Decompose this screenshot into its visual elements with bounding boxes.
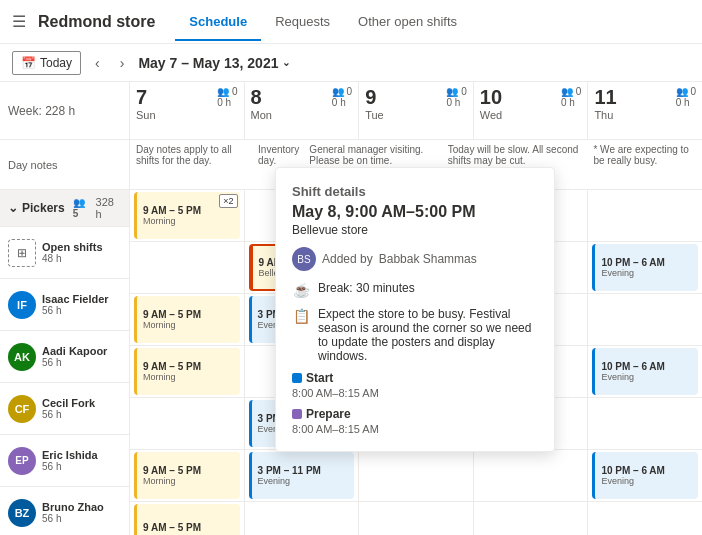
day-shifts-7: ×2 9 AM – 5 PM Morning 9 AM – 5 PM Morni… — [130, 190, 245, 535]
person-name-isaac: Isaac Fielder — [42, 293, 109, 305]
person-row-cecil: CF Cecil Fork 56 h — [0, 383, 129, 435]
bruno-shift-cell-8: 3 PM – 11 PM Evening — [245, 450, 359, 502]
popup-section-prepare: Prepare 8:00 AM–8:15 AM — [292, 407, 538, 435]
person-name-bruno: Bruno Zhao — [42, 501, 104, 513]
date-range[interactable]: May 7 – May 13, 2021 ⌄ — [138, 55, 290, 71]
day-name-7: Sun — [136, 109, 156, 121]
nav-other-shifts[interactable]: Other open shifts — [344, 2, 471, 41]
break-icon: ☕ — [292, 281, 310, 299]
day-note-7: Day notes apply to all shifts for the da… — [130, 140, 252, 190]
person-row-aadi: AK Aadi Kapoor 56 h — [0, 331, 129, 383]
bruno-shift-11[interactable]: 10 PM – 6 AM Evening — [592, 452, 698, 499]
popup-store: Bellevue store — [292, 223, 538, 237]
open-shift-7[interactable]: ×2 9 AM – 5 PM Morning — [134, 192, 240, 239]
chevron-down-icon: ⌄ — [282, 57, 290, 68]
aadi-shift-cell-11 — [588, 294, 702, 346]
open-shifts-name: Open shifts — [42, 241, 103, 253]
added-by-label: Added by — [322, 252, 373, 266]
runners-shift-cell-9 — [359, 502, 473, 535]
shift-time: 10 PM – 6 AM — [601, 465, 692, 476]
runners-shift-cell-10 — [474, 502, 588, 535]
day-note-11: * We are expecting to be really busy. — [587, 140, 702, 190]
prev-week-button[interactable]: ‹ — [89, 51, 106, 75]
top-nav: ☰ Redmond store Schedule Requests Other … — [0, 0, 702, 44]
today-label: Today — [40, 56, 72, 70]
aadi-shift-7[interactable]: 9 AM – 5 PM Morning — [134, 296, 240, 343]
avatar-bruno: BZ — [8, 499, 36, 527]
description-icon: 📋 — [292, 307, 310, 325]
pickers-badge: 👥 5 — [73, 197, 92, 219]
runners-shift-7[interactable]: 9 AM – 5 PM — [134, 504, 240, 535]
open-shift-cell-11 — [588, 190, 702, 242]
bruno-shift-cell-10 — [474, 450, 588, 502]
day-col-10: 10 Wed 👥 0 0 h — [474, 82, 589, 139]
prepare-dot — [292, 409, 302, 419]
cecil-shift-7[interactable]: 9 AM – 5 PM Morning — [134, 348, 240, 395]
break-text: Break: 30 minutes — [318, 281, 415, 295]
bruno-shift-cell-9 — [359, 450, 473, 502]
day-name-11: Thu — [594, 109, 616, 121]
week-header: Week: 228 h — [0, 82, 129, 140]
popup-break: ☕ Break: 30 minutes — [292, 281, 538, 299]
open-shifts-grid-icon: ⊞ — [17, 246, 27, 260]
avatar-cecil: CF — [8, 395, 36, 423]
day-col-11: 11 Thu 👥 0 0 h — [588, 82, 702, 139]
sidebar: Week: 228 h Day notes ⌄ Pickers 👥 5 328 … — [0, 82, 130, 535]
days-header: 7 Sun 👥 0 0 h 8 Mon 👥 — [130, 82, 702, 140]
isaac-shift-11[interactable]: 10 PM – 6 AM Evening — [592, 244, 698, 291]
sub-nav: 📅 Today ‹ › May 7 – May 13, 2021 ⌄ — [0, 44, 702, 82]
bruno-shift-7[interactable]: 9 AM – 5 PM Morning — [134, 452, 240, 499]
cecil-shift-11[interactable]: 10 PM – 6 AM Evening — [592, 348, 698, 395]
calendar-area: 7 Sun 👥 0 0 h 8 Mon 👥 — [130, 82, 702, 535]
bruno-shift-8[interactable]: 3 PM – 11 PM Evening — [249, 452, 355, 499]
person-info-isaac: Isaac Fielder 56 h — [42, 293, 109, 316]
day-num-8: 8 — [251, 86, 272, 109]
date-range-text: May 7 – May 13, 2021 — [138, 55, 278, 71]
runners-shift-cell-7: 9 AM – 5 PM — [130, 502, 244, 535]
day-num-11: 11 — [594, 86, 616, 109]
nav-schedule[interactable]: Schedule — [175, 2, 261, 41]
day-name-10: Wed — [480, 109, 502, 121]
day-name-9: Tue — [365, 109, 384, 121]
store-name: Redmond store — [38, 13, 155, 31]
day-count-8: 👥 0 — [332, 86, 352, 97]
open-shifts-icon: ⊞ — [8, 239, 36, 267]
pickers-group-header[interactable]: ⌄ Pickers 👥 5 328 h — [0, 190, 129, 227]
nav-requests[interactable]: Requests — [261, 2, 344, 41]
open-shifts-info: Open shifts 48 h — [42, 241, 103, 264]
person-hours-cecil: 56 h — [42, 409, 95, 420]
person-info-eric: Eric Ishida 56 h — [42, 449, 98, 472]
prepare-time: 8:00 AM–8:15 AM — [292, 423, 538, 435]
bruno-shift-cell-7: 9 AM – 5 PM Morning — [130, 450, 244, 502]
shift-details-popup: Shift details May 8, 9:00 AM–5:00 PM Bel… — [275, 167, 555, 452]
popup-title: Shift details — [292, 184, 538, 199]
hamburger-icon[interactable]: ☰ — [12, 12, 26, 31]
shift-label: Morning — [143, 320, 234, 330]
day-notes-label: Day notes — [0, 140, 129, 190]
person-row-bruno: BZ Bruno Zhao 56 h — [0, 487, 129, 535]
day-num-7: 7 — [136, 86, 156, 109]
today-button[interactable]: 📅 Today — [12, 51, 81, 75]
shift-label: Evening — [601, 372, 692, 382]
shift-label: Evening — [601, 268, 692, 278]
person-hours-isaac: 56 h — [42, 305, 109, 316]
shift-time: 9 AM – 5 PM — [143, 465, 234, 476]
day-count-7: 👥 0 — [217, 86, 237, 97]
person-name-aadi: Aadi Kapoor — [42, 345, 107, 357]
eric-shift-cell-7 — [130, 398, 244, 450]
open-shift-cell-7: ×2 9 AM – 5 PM Morning — [130, 190, 244, 242]
day-count-10: 👥 0 — [561, 86, 581, 97]
popup-added-by: BS Added by Babbak Shammas — [292, 247, 538, 271]
person-hours-aadi: 56 h — [42, 357, 107, 368]
shift-label: Morning — [143, 372, 234, 382]
nav-links: Schedule Requests Other open shifts — [175, 2, 471, 41]
person-row-isaac: IF Isaac Fielder 56 h — [0, 279, 129, 331]
main-grid: Week: 228 h Day notes ⌄ Pickers 👥 5 328 … — [0, 82, 702, 535]
pickers-label: Pickers — [22, 201, 65, 215]
aadi-shift-cell-7: 9 AM – 5 PM Morning — [130, 294, 244, 346]
person-row-eric: EP Eric Ishida 56 h — [0, 435, 129, 487]
day-hours-9: 0 h — [446, 97, 466, 108]
runners-shift-cell-11 — [588, 502, 702, 535]
next-week-button[interactable]: › — [114, 51, 131, 75]
day-num-10: 10 — [480, 86, 502, 109]
